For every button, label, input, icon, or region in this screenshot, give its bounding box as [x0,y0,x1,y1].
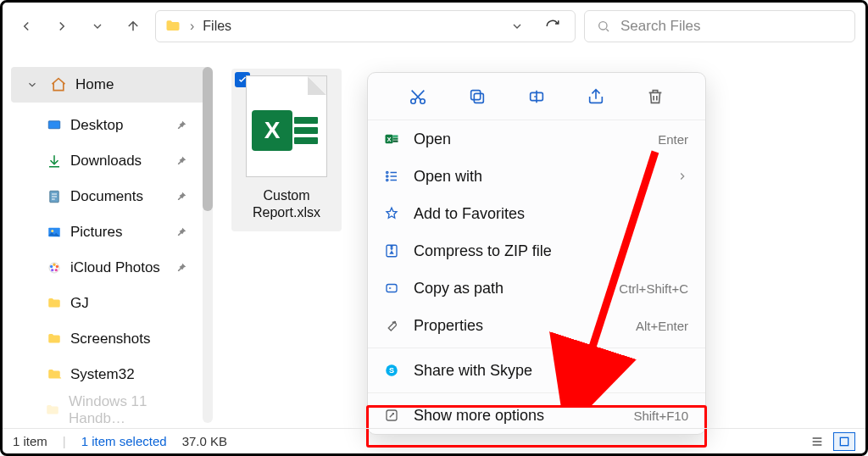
svg-rect-32 [840,437,848,445]
pin-icon [175,191,187,203]
toolbar: › Files Search Files [3,3,865,50]
shortcut-label: Shift+F10 [633,409,688,423]
status-bar: 1 item | 1 item selected 37.0 KB [3,428,865,453]
sidebar-item-system32[interactable]: System32 [11,357,211,392]
status-size: 37.0 KB [182,434,227,448]
svg-rect-20 [393,138,398,140]
delete-icon[interactable] [646,87,665,106]
context-menu-item-share-skype[interactable]: S Share with Skype [368,352,705,389]
file-name-label: CustomReport.xlsx [235,184,338,228]
context-menu-item-open-with[interactable]: Open with [368,158,705,195]
sidebar-item-documents[interactable]: Documents [11,179,211,214]
pin-icon [175,155,187,167]
view-details-button[interactable] [806,432,828,451]
folder-icon [47,296,62,311]
status-selection: 1 item selected [81,434,167,448]
view-thumbnails-button[interactable] [833,432,855,451]
context-menu-item-open[interactable]: X Open Enter [368,120,705,158]
context-menu-item-add-favorites[interactable]: Add to Favorites [368,195,705,232]
more-options-icon [383,408,400,423]
context-menu-label: Add to Favorites [414,205,525,223]
sidebar-item-label: Pictures [70,224,122,241]
context-menu: X Open Enter Open with Add to Favorites … [367,72,706,435]
skype-icon: S [383,363,400,378]
search-input[interactable]: Search Files [584,10,855,42]
sidebar-scrollbar[interactable] [203,67,213,423]
downloads-icon [47,153,62,169]
chevron-right-icon [676,170,688,182]
svg-rect-26 [387,285,397,292]
svg-point-5 [51,230,53,232]
file-item-custom-report[interactable]: X CustomReport.xlsx [231,69,342,231]
sidebar-item-gj[interactable]: GJ [11,286,211,321]
context-menu-label: Copy as path [414,280,504,298]
cut-icon[interactable] [409,87,427,106]
svg-point-9 [55,269,58,271]
svg-text:X: X [387,136,391,143]
svg-rect-14 [474,93,483,103]
sidebar-item-label: Screenshots [70,331,151,348]
open-with-icon [383,169,400,184]
excel-icon: X [383,131,400,147]
context-menu-separator [368,348,705,348]
nav-recent-button[interactable] [84,13,111,40]
wrench-icon [383,318,400,333]
pin-icon [175,120,187,131]
context-menu-item-compress-zip[interactable]: Compress to ZIP file [368,232,705,270]
star-icon [383,206,400,221]
sidebar-item-windows11handb[interactable]: Windows 11 Handb… [11,392,211,428]
copy-icon[interactable] [468,87,487,106]
sidebar-item-label: iCloud Photos [70,259,160,276]
context-menu-separator [368,392,705,393]
file-thumbnail: X [246,75,327,177]
svg-point-12 [411,98,416,103]
folder-icon [45,403,60,418]
navigation-pane: Home Desktop Downloads [3,50,214,428]
sidebar-item-desktop[interactable]: Desktop [11,108,211,143]
excel-icon: X [252,110,326,154]
svg-rect-19 [393,136,398,137]
svg-point-13 [420,98,426,103]
breadcrumb-dropdown-button[interactable] [504,13,531,40]
sidebar-item-label: GJ [70,295,89,312]
breadcrumb-item[interactable]: Files [203,19,231,34]
status-item-count: 1 item [13,434,47,448]
shortcut-label: Alt+Enter [636,319,688,333]
sidebar-item-downloads[interactable]: Downloads [11,143,211,179]
sidebar-item-label: Windows 11 Handb… [69,393,187,427]
sidebar-item-pictures[interactable]: Pictures [11,214,211,250]
folder-icon [164,18,181,35]
chevron-down-icon [26,79,38,91]
refresh-button[interactable] [539,13,566,40]
svg-point-23 [387,175,388,177]
address-bar[interactable]: › Files [155,10,576,42]
nav-up-button[interactable] [120,13,147,40]
context-menu-item-properties[interactable]: Properties Alt+Enter [368,307,705,344]
context-menu-label: Properties [414,317,483,335]
svg-point-22 [387,171,388,173]
sidebar-item-label: Downloads [70,153,142,170]
svg-rect-21 [393,141,398,142]
nav-forward-button[interactable] [48,13,75,40]
pictures-icon [47,225,62,240]
context-menu-item-copy-path[interactable]: Copy as path Ctrl+Shift+C [368,270,705,307]
context-menu-label: Share with Skype [414,362,532,380]
sidebar-item-icloud-photos[interactable]: iCloud Photos [11,250,211,286]
icloud-photos-icon [47,260,62,275]
share-icon[interactable] [587,87,605,106]
svg-rect-15 [471,90,481,99]
status-separator: | [63,434,66,448]
folder-icon [47,331,62,347]
sidebar-item-home[interactable]: Home [11,67,211,103]
home-icon [50,76,67,93]
sidebar-item-screenshots[interactable]: Screenshots [11,321,211,357]
scrollbar-thumb[interactable] [203,67,213,211]
svg-point-10 [51,269,53,271]
sidebar-item-label: Documents [70,188,143,205]
rename-icon[interactable] [527,87,546,106]
pin-icon [175,262,187,274]
nav-back-button[interactable] [13,13,40,40]
breadcrumb-separator-icon: › [190,19,194,34]
svg-point-7 [53,264,55,266]
documents-icon [47,189,62,204]
